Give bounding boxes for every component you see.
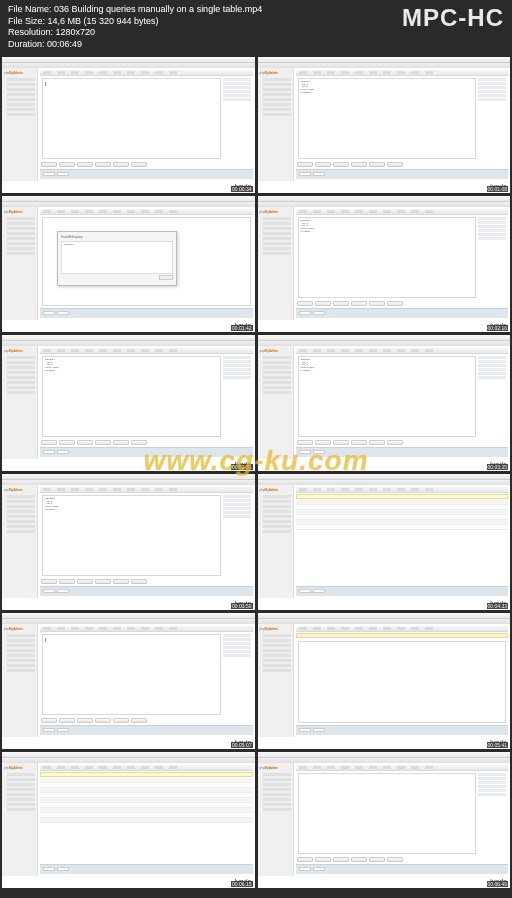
tab-item[interactable] — [313, 71, 321, 74]
sql-textarea[interactable] — [298, 773, 477, 854]
db-tree-item[interactable] — [7, 525, 35, 528]
result-row[interactable] — [40, 818, 253, 823]
tab-item[interactable] — [327, 71, 335, 74]
footer-control[interactable] — [43, 172, 55, 176]
column-item[interactable] — [223, 86, 251, 89]
tab-item[interactable] — [43, 71, 51, 74]
db-tree-item[interactable] — [263, 217, 291, 220]
column-item[interactable] — [223, 511, 251, 514]
tab-item[interactable] — [425, 349, 433, 352]
query-button[interactable] — [113, 162, 129, 167]
query-button[interactable] — [59, 440, 75, 445]
column-item[interactable] — [478, 237, 506, 240]
query-button[interactable] — [77, 162, 93, 167]
db-tree-item[interactable] — [263, 530, 291, 533]
tab-item[interactable] — [85, 766, 93, 769]
db-tree-item[interactable] — [7, 361, 35, 364]
tab-item[interactable] — [127, 488, 135, 491]
tab-item[interactable] — [155, 349, 163, 352]
tab-item[interactable] — [397, 488, 405, 491]
tab-item[interactable] — [113, 71, 121, 74]
footer-control[interactable] — [43, 450, 55, 454]
column-item[interactable] — [478, 221, 506, 224]
db-tree-item[interactable] — [263, 381, 291, 384]
query-button[interactable] — [59, 718, 75, 723]
db-tree-item[interactable] — [7, 664, 35, 667]
tab-item[interactable] — [411, 766, 419, 769]
query-button[interactable] — [95, 579, 111, 584]
sql-textarea[interactable]: SELECT col_a, col_bFROM tableWHERE ... — [298, 356, 477, 437]
tab-item[interactable] — [169, 349, 177, 352]
thumbnail[interactable]: phpMyAdmin lynda 00:04:33 — [258, 474, 511, 610]
db-tree-item[interactable] — [7, 639, 35, 642]
db-tree-item[interactable] — [7, 798, 35, 801]
tab-item[interactable] — [369, 627, 377, 630]
tab-item[interactable] — [127, 71, 135, 74]
column-item[interactable] — [223, 634, 251, 637]
db-tree-item[interactable] — [263, 525, 291, 528]
db-tree-item[interactable] — [263, 252, 291, 255]
db-tree-item[interactable] — [263, 639, 291, 642]
tab-item[interactable] — [383, 210, 391, 213]
query-button[interactable] — [333, 162, 349, 167]
tab-item[interactable] — [71, 488, 79, 491]
column-item[interactable] — [478, 785, 506, 788]
db-tree-item[interactable] — [7, 634, 35, 637]
column-item[interactable] — [223, 82, 251, 85]
tab-item[interactable] — [327, 627, 335, 630]
db-tree-item[interactable] — [263, 93, 291, 96]
column-item[interactable] — [478, 793, 506, 796]
modal-input[interactable]: SELECT ... — [61, 241, 173, 274]
tab-item[interactable] — [43, 627, 51, 630]
query-button[interactable] — [297, 301, 313, 306]
tab-item[interactable] — [327, 766, 335, 769]
db-tree-item[interactable] — [7, 252, 35, 255]
footer-control[interactable] — [43, 311, 55, 315]
query-button[interactable] — [351, 301, 367, 306]
db-tree-item[interactable] — [7, 773, 35, 776]
column-item[interactable] — [478, 360, 506, 363]
thumbnail[interactable]: phpMyAdmin SELECT col_a, col_bFROM table… — [258, 57, 511, 193]
db-tree-item[interactable] — [7, 803, 35, 806]
footer-control[interactable] — [57, 728, 69, 732]
modal-ok-button[interactable] — [159, 275, 173, 280]
db-tree-item[interactable] — [263, 222, 291, 225]
footer-control[interactable] — [299, 172, 311, 176]
tab-item[interactable] — [141, 627, 149, 630]
query-button[interactable] — [77, 440, 93, 445]
db-tree-item[interactable] — [7, 510, 35, 513]
footer-control[interactable] — [313, 867, 325, 871]
query-button[interactable] — [131, 718, 147, 723]
tab-item[interactable] — [299, 349, 307, 352]
footer-control[interactable] — [57, 311, 69, 315]
tab-item[interactable] — [169, 210, 177, 213]
db-tree-item[interactable] — [263, 803, 291, 806]
column-item[interactable] — [478, 82, 506, 85]
db-tree-item[interactable] — [7, 520, 35, 523]
db-tree-item[interactable] — [263, 510, 291, 513]
db-tree-item[interactable] — [263, 500, 291, 503]
tab-item[interactable] — [383, 71, 391, 74]
db-tree-item[interactable] — [263, 386, 291, 389]
column-item[interactable] — [223, 515, 251, 518]
db-tree-item[interactable] — [7, 808, 35, 811]
column-item[interactable] — [478, 229, 506, 232]
query-button[interactable] — [387, 162, 403, 167]
query-button[interactable] — [333, 857, 349, 862]
thumbnail[interactable]: phpMyAdmin SELECT col_a, col_bFROM table… — [2, 335, 255, 471]
tab-item[interactable] — [155, 210, 163, 213]
tab-item[interactable] — [141, 766, 149, 769]
tab-item[interactable] — [43, 210, 51, 213]
tab-item[interactable] — [411, 488, 419, 491]
tab-item[interactable] — [57, 71, 65, 74]
tab-item[interactable] — [355, 210, 363, 213]
query-button[interactable] — [315, 301, 331, 306]
tab-item[interactable] — [397, 71, 405, 74]
db-tree-item[interactable] — [7, 788, 35, 791]
tab-item[interactable] — [113, 766, 121, 769]
query-button[interactable] — [95, 162, 111, 167]
footer-control[interactable] — [43, 867, 55, 871]
db-tree-item[interactable] — [7, 247, 35, 250]
column-item[interactable] — [223, 364, 251, 367]
db-tree-item[interactable] — [263, 793, 291, 796]
